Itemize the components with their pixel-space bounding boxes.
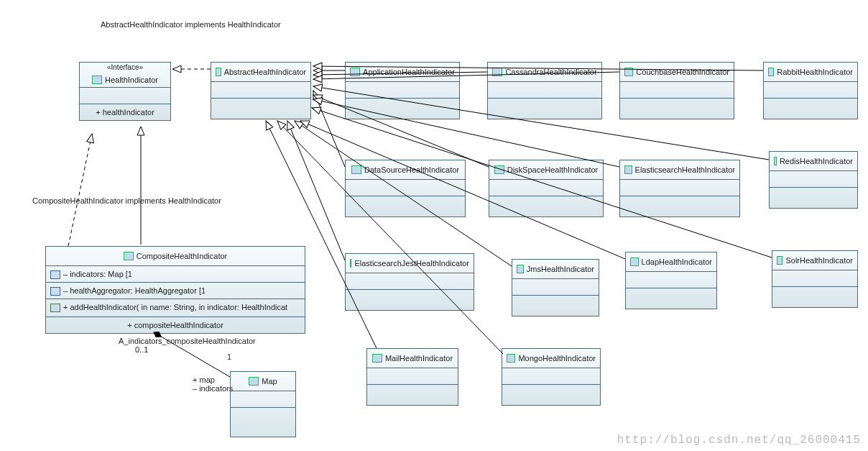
class-icon [372,354,382,363]
note-abstract-implements: AbstractHealthIndicator implements Healt… [101,20,281,29]
field-icon [50,287,60,296]
class-name: ElasticsearchJestHealthIndicator [354,254,469,273]
class-name: RabbitHealthIndicator [777,63,853,81]
class-jms-hi: JmsHealthIndicator [512,259,599,316]
mult-composite: 0..1 [135,345,148,354]
note-composite-implements: CompositeHealthIndicator implements Heal… [32,196,221,205]
class-icon [249,377,259,386]
class-icon [507,354,515,363]
class-name: RedisHealthIndicator [780,152,853,170]
operation: + healthIndicator [80,104,170,120]
class-icon [624,165,632,174]
class-mail-hi: MailHealthIndicator [366,348,458,406]
method-icon [50,304,60,312]
class-mongo-hi: MongoHealthIndicator [502,348,601,406]
svg-line-1 [68,134,92,246]
class-name: SolrHealthIndicator [785,251,853,270]
class-diskspace-hi: DiskSpaceHealthIndicator [489,160,604,217]
op-add: + addHealthIndicator( in name: String, i… [46,299,305,316]
class-icon [768,68,774,76]
class-icon [774,157,777,165]
class-elasticsearch-hi: ElasticsearchHealthIndicator [619,160,740,217]
class-esjest-hi: ElasticsearchJestHealthIndicator [345,253,474,311]
svg-line-16 [277,121,503,354]
class-name: CouchbaseHealthIndicator [636,63,729,81]
class-rabbit-hi: RabbitHealthIndicator [763,62,858,119]
class-name: ApplicationHealthIndicator [363,63,455,81]
class-icon [517,265,524,273]
class-map: Map [230,371,296,437]
class-ldap-hi: LdapHealthIndicator [625,252,717,309]
class-icon [92,76,102,84]
svg-line-11 [287,121,345,260]
class-name: ElasticsearchHealthIndicator [635,160,735,179]
class-name: DataSourceHealthIndicator [364,160,459,179]
class-icon [351,165,361,174]
class-name: CompositeHealthIndicator [137,247,228,265]
attr-indicators: – indicators: Map [1 [46,265,305,282]
class-icon [350,68,360,76]
stereotype: «Interface» [80,63,170,73]
class-application-hi: ApplicationHealthIndicator [345,62,460,119]
mult-map: 1 [227,352,231,361]
class-icon [124,252,134,260]
class-icon [350,259,351,268]
watermark: http://blog.csdn.net/qq_26000415 [617,434,861,447]
op-ctor: + compositeHealthIndicator [46,316,305,333]
role-map: + map [193,375,215,384]
class-name: AbstractHealthIndicator [224,63,306,81]
class-name: Map [262,372,277,391]
class-solr-hi: SolrHealthIndicator [772,250,858,308]
class-abstract-health-indicator: AbstractHealthIndicator [211,62,311,119]
assoc-label: A_indicators_compositeHealthIndicator [119,337,256,345]
class-name: JmsHealthIndicator [527,260,594,278]
attr-aggregator: – healthAggregator: HealthAggregator [1 [46,282,305,299]
class-name: MailHealthIndicator [385,349,453,368]
class-name: DiskSpaceHealthIndicator [507,160,599,179]
class-icon [492,68,502,76]
class-name: HealthIndicator [105,73,158,87]
class-redis-hi: RedisHealthIndicator [769,151,858,209]
compartment-empty [80,87,170,104]
class-datasource-hi: DataSourceHealthIndicator [345,160,466,217]
class-composite-hi: CompositeHealthIndicator – indicators: M… [45,246,305,334]
class-health-indicator: «Interface» HealthIndicator + healthIndi… [79,62,171,121]
class-name: CassandraHealthIndicator [505,63,596,81]
class-icon [777,256,782,265]
role-indicators: – indicators [193,384,233,393]
class-icon [630,258,639,266]
class-icon [216,68,221,76]
uml-canvas: AbstractHealthIndicator implements Healt… [0,0,868,451]
field-icon [50,270,60,279]
class-icon [494,165,504,174]
svg-line-7 [313,91,345,167]
class-couchbase-hi: CouchbaseHealthIndicator [619,62,734,119]
class-cassandra-hi: CassandraHealthIndicator [487,62,602,119]
class-icon [624,68,633,76]
class-name: LdapHealthIndicator [642,252,712,271]
class-name: MongoHealthIndicator [518,349,596,368]
